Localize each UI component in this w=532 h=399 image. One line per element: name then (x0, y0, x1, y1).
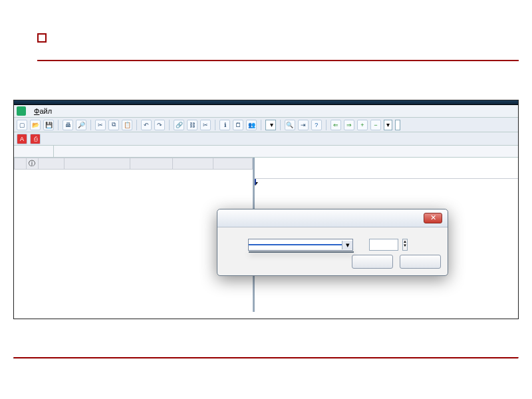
assign-button[interactable]: 👥 (246, 120, 257, 130)
separator-icon (280, 120, 281, 130)
toolbar-pdf: A ⎙ (14, 132, 518, 146)
notes-button[interactable]: 🗒 (233, 120, 243, 130)
col-wbs[interactable] (38, 158, 64, 170)
separator-icon (169, 120, 170, 130)
split-button[interactable]: ✂ (200, 120, 211, 130)
goto-button[interactable]: ⇥ (298, 120, 309, 130)
ok-button[interactable] (352, 255, 393, 269)
preview-button[interactable]: 🔎 (76, 120, 86, 130)
col-start[interactable] (172, 158, 213, 170)
dialog-titlebar[interactable]: ✕ (217, 209, 448, 227)
nav-left-button[interactable]: ⇐ (331, 120, 341, 130)
table-header-row: ⓘ (15, 158, 253, 170)
cancel-button[interactable] (400, 255, 441, 269)
footer-rule (13, 357, 519, 359)
paste-button[interactable]: 📋 (122, 120, 132, 130)
separator-icon (58, 120, 59, 130)
separator-icon (136, 120, 137, 130)
type-combo[interactable]: ▾ (248, 239, 353, 251)
toolbar-main: ▢ 📂 💾 🖶 🔎 ✂ ⧉ 📋 ↶ ↷ 🔗 ⛓ ✂ ℹ 🗒 👥 ▾ 🔍 ⇥ ? … (14, 118, 518, 132)
save-button[interactable]: 💾 (43, 120, 54, 130)
link-button[interactable]: 🔗 (174, 120, 184, 130)
print-button[interactable]: 🖶 (63, 120, 73, 130)
window-titlebar (14, 100, 518, 105)
type-dropdown[interactable] (249, 251, 354, 253)
slide-title (0, 0, 532, 56)
col-rownum[interactable] (15, 158, 27, 170)
outdent-button[interactable]: + (357, 120, 368, 130)
dialog-close-button[interactable]: ✕ (424, 213, 442, 223)
col-end[interactable] (213, 158, 252, 170)
info-button[interactable]: ℹ (219, 120, 230, 130)
gantt-bar-task4[interactable] (255, 179, 256, 185)
col-indicator[interactable]: ⓘ (26, 158, 38, 170)
menu-file[interactable]: Файл (34, 107, 52, 115)
title-bullet-icon (37, 33, 47, 43)
title-rule (37, 60, 519, 61)
redo-button[interactable]: ↷ (154, 120, 165, 130)
col-duration[interactable] (130, 158, 172, 170)
lag-stepper[interactable]: ▲▼ (402, 239, 408, 251)
copy-button[interactable]: ⧉ (108, 120, 119, 130)
open-button[interactable]: 📂 (30, 120, 41, 130)
gantt-timescale (255, 158, 518, 179)
undo-button[interactable]: ↶ (141, 120, 152, 130)
separator-icon (261, 120, 261, 130)
nav-right-button[interactable]: ⇒ (344, 120, 354, 130)
separator-icon (215, 120, 215, 130)
unlink-button[interactable]: ⛓ (187, 120, 198, 130)
type-selected (249, 244, 342, 245)
cut-button[interactable]: ✂ (95, 120, 106, 130)
new-button[interactable]: ▢ (17, 120, 27, 130)
chevron-down-icon[interactable]: ▾ (342, 241, 352, 249)
show-combo[interactable]: ▾ (384, 120, 392, 130)
task-dependency-dialog: ✕ ▾ ▲▼ (217, 209, 448, 276)
separator-icon (90, 120, 91, 130)
formula-bar (14, 146, 518, 158)
pdf-convert-button[interactable]: ⎙ (30, 134, 41, 144)
pdf-icon[interactable]: A (17, 134, 27, 144)
zoom-button[interactable]: 🔍 (285, 120, 295, 130)
lag-input[interactable] (369, 239, 398, 251)
app-icon (17, 106, 26, 116)
indent-button[interactable]: − (370, 120, 381, 130)
menubar[interactable]: Файл (14, 105, 518, 118)
col-name[interactable] (65, 158, 130, 170)
cell-indicator (14, 146, 54, 157)
group-combo[interactable]: ▾ (265, 120, 276, 130)
font-combo[interactable] (395, 120, 400, 130)
formula-value[interactable] (54, 146, 518, 157)
separator-icon (326, 120, 327, 130)
help-button[interactable]: ? (311, 120, 322, 130)
